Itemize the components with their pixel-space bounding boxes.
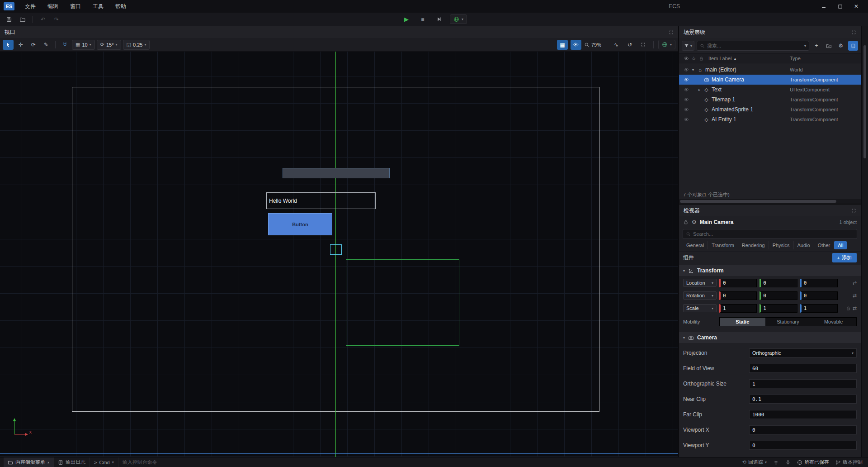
table-row-main-camera[interactable]: Main Camera TransformComponent <box>679 75 861 85</box>
step-button[interactable] <box>434 14 444 24</box>
minimize-button[interactable] <box>816 0 832 13</box>
output-log-button[interactable]: 输出日志 <box>54 457 90 467</box>
projection-select[interactable]: Orthographic ▾ <box>749 348 857 357</box>
zoom-control[interactable]: 79% <box>584 42 601 48</box>
reset-link-icon[interactable]: ⇄ <box>853 293 857 299</box>
visibility-eye-icon[interactable] <box>682 87 690 92</box>
search-input[interactable] <box>707 43 802 48</box>
rotate-tool-button[interactable]: ⟳ <box>28 40 39 50</box>
tab-physics[interactable]: Physics <box>769 241 794 249</box>
tilemap-object[interactable] <box>283 168 390 178</box>
grid-snap-dropdown[interactable]: ▦ 10 ▾ <box>72 40 95 50</box>
rotation-dropdown[interactable]: Rotation ▾ <box>683 291 717 300</box>
mobility-movable-option[interactable]: Movable <box>811 318 856 326</box>
scale-z-field[interactable] <box>800 304 838 313</box>
retrace-dropdown[interactable]: ⟲ 回追踪 ▾ <box>742 459 767 466</box>
new-folder-button[interactable] <box>824 41 834 51</box>
table-row-text[interactable]: ▸ ◇ Text UITextComponent <box>679 85 861 95</box>
ortho-size-field[interactable] <box>749 379 857 388</box>
fov-field[interactable] <box>749 364 857 373</box>
scale-x-field[interactable] <box>719 304 757 313</box>
horizontal-scrollbar[interactable] <box>679 199 861 204</box>
expand-panel-icon[interactable] <box>669 30 674 35</box>
close-button[interactable]: ✕ <box>848 0 864 13</box>
visibility-eye-icon[interactable] <box>682 97 690 102</box>
menu-tools[interactable]: 工具 <box>87 0 109 13</box>
add-component-button[interactable]: + 添加 <box>832 253 857 262</box>
move-tool-button[interactable]: ✛ <box>15 40 26 50</box>
world-mode-dropdown[interactable]: ▾ <box>450 14 467 24</box>
table-row-ai-entity[interactable]: ◇ AI Entity 1 TransformComponent <box>679 114 861 124</box>
scrollbar-thumb[interactable] <box>680 200 836 203</box>
content-drawer-button[interactable]: 内容侧滑菜单 ▴ <box>4 457 54 467</box>
menu-help[interactable]: 帮助 <box>109 0 132 13</box>
console-command-input[interactable]: 输入控制台命令 <box>118 457 161 467</box>
ui-text-object[interactable]: Hello World <box>266 192 376 209</box>
location-z-field[interactable] <box>800 279 838 287</box>
snap-toggle-button[interactable] <box>59 40 70 50</box>
open-folder-button[interactable] <box>17 14 28 24</box>
version-control-button[interactable]: 版本控制 <box>835 459 863 466</box>
rotation-x-field[interactable] <box>719 291 757 300</box>
visibility-eye-icon[interactable] <box>682 117 690 122</box>
tab-all[interactable]: All <box>834 241 847 249</box>
stop-button[interactable]: ■ <box>417 14 428 24</box>
lock-column-icon[interactable] <box>698 56 705 61</box>
transform-section-header[interactable]: ▾ Transform <box>679 265 861 276</box>
tab-audio[interactable]: Audio <box>794 241 814 249</box>
visibility-eye-icon[interactable] <box>682 107 690 112</box>
reset-link-icon[interactable]: ⇄ <box>853 280 857 286</box>
rotation-z-field[interactable] <box>800 291 838 300</box>
scene-canvas[interactable]: Hello World Button x <box>0 52 678 457</box>
menu-file[interactable]: 文件 <box>19 0 42 13</box>
reset-view-button[interactable]: ↺ <box>624 40 635 50</box>
location-dropdown[interactable]: Location ▾ <box>683 279 717 287</box>
eye-column-icon[interactable] <box>682 56 690 61</box>
scrollbar-thumb[interactable] <box>863 45 866 158</box>
save-button[interactable] <box>4 14 14 24</box>
reset-link-icon[interactable]: ⇄ <box>853 305 857 311</box>
lock-icon[interactable] <box>683 219 689 225</box>
lock-icon[interactable] <box>846 306 851 311</box>
visibility-eye-icon[interactable] <box>682 67 690 72</box>
rotation-y-field[interactable] <box>760 291 797 300</box>
select-tool-button[interactable] <box>3 40 14 50</box>
visibility-toggle-button[interactable] <box>571 40 581 50</box>
hierarchy-search[interactable]: ▾ <box>697 41 809 51</box>
ui-button-object[interactable]: Button <box>268 213 332 235</box>
view-mode-dropdown[interactable]: ▾ <box>658 40 675 49</box>
inspector-search[interactable] <box>683 229 857 239</box>
viewport-y-field[interactable] <box>749 441 857 450</box>
mobility-static-option[interactable]: Static <box>720 318 765 326</box>
undo-button[interactable]: ↶ <box>38 14 48 24</box>
fullscreen-button[interactable] <box>638 40 649 50</box>
network-signal-icon[interactable] <box>773 459 779 465</box>
tab-general[interactable]: General <box>683 241 708 249</box>
far-clip-field[interactable] <box>749 410 857 419</box>
near-clip-field[interactable] <box>749 395 857 404</box>
chevron-right-icon[interactable]: ▸ <box>696 88 703 92</box>
entity-bounds-rect[interactable] <box>346 259 459 346</box>
tab-other[interactable]: Other <box>814 241 835 249</box>
add-entity-button[interactable]: + <box>811 41 821 51</box>
location-x-field[interactable] <box>719 279 757 287</box>
tab-rendering[interactable]: Rendering <box>738 241 769 249</box>
column-type[interactable]: Type <box>790 56 858 61</box>
rotation-snap-dropdown[interactable]: ⟳ 15° ▾ <box>97 40 121 50</box>
redo-button[interactable]: ↷ <box>51 14 62 24</box>
stats-button[interactable]: ∿ <box>611 40 622 50</box>
edit-tool-button[interactable]: ✎ <box>41 40 52 50</box>
mobility-stationary-option[interactable]: Stationary <box>765 318 811 326</box>
vertical-scrollbar[interactable] <box>862 26 868 457</box>
hierarchy-settings-button[interactable]: ⚙ <box>836 41 846 51</box>
save-status[interactable]: 所有已保存 <box>797 459 829 466</box>
location-y-field[interactable] <box>760 279 797 287</box>
grid-toggle-button[interactable]: ▦ <box>557 40 568 50</box>
panel-layout-button[interactable] <box>848 41 858 51</box>
menu-window[interactable]: 窗口 <box>64 0 87 13</box>
microphone-icon[interactable] <box>785 460 791 465</box>
filter-button[interactable]: ▾ <box>682 41 694 51</box>
tab-transform[interactable]: Transform <box>708 241 738 249</box>
search-input[interactable] <box>693 231 854 237</box>
chevron-down-icon[interactable]: ▾ <box>690 68 696 72</box>
